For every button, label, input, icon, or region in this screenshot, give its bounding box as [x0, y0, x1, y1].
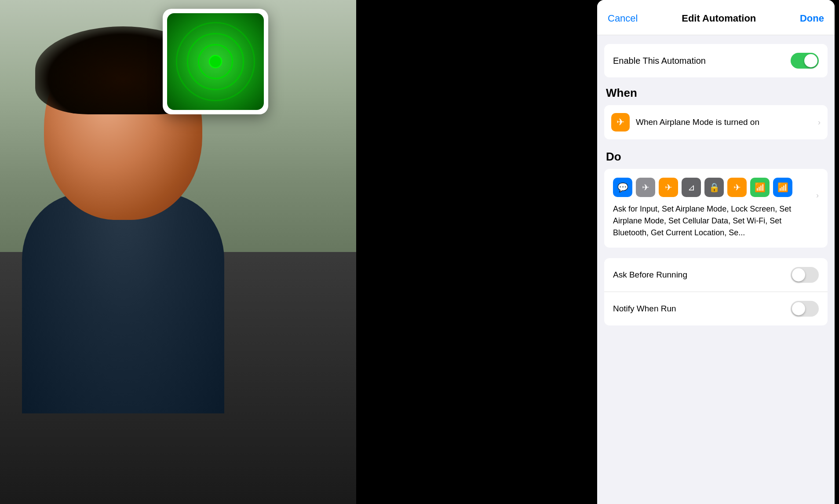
notify-when-run-row: Notify When Run: [604, 292, 828, 325]
right-panel: Cancel Edit Automation Done Enable This …: [356, 0, 839, 504]
cancel-button[interactable]: Cancel: [608, 13, 638, 24]
action-icons-row: 💬 ✈ ✈ ⊿ 🔒: [613, 178, 810, 197]
set-airplane-icon-1: ✈: [636, 178, 655, 197]
airplane-symbol-3: ✈: [733, 182, 741, 193]
when-row[interactable]: ✈ When Airplane Mode is turned on ›: [604, 105, 828, 139]
do-card[interactable]: 💬 ✈ ✈ ⊿ 🔒: [604, 169, 828, 248]
person-shirt: [22, 194, 224, 413]
when-row-text: When Airplane Mode is turned on: [636, 117, 812, 127]
when-chevron-icon: ›: [818, 118, 821, 127]
lock-screen-icon: 🔒: [704, 178, 724, 197]
ask-before-running-toggle[interactable]: [791, 267, 819, 283]
panel-title: Edit Automation: [682, 13, 756, 24]
enable-automation-row: Enable This Automation: [604, 44, 828, 77]
airplane-mode-icon: ✈: [611, 113, 630, 131]
bottom-toggles: Ask Before Running Notify When Run: [604, 258, 828, 325]
airplane-icon: ✈: [616, 117, 624, 128]
enable-automation-label: Enable This Automation: [613, 56, 706, 66]
ask-before-running-row: Ask Before Running: [604, 258, 828, 292]
ask-running-knob: [792, 268, 805, 281]
radar-rings: [167, 13, 264, 110]
airplane-symbol-2: ✈: [665, 182, 672, 193]
wifi-icon: 📶: [773, 178, 792, 197]
notify-run-knob: [792, 302, 805, 315]
ask-input-symbol: 💬: [617, 182, 628, 193]
wifi-symbol: 📶: [777, 182, 788, 193]
done-button[interactable]: Done: [800, 13, 824, 24]
cellular-symbol: 📶: [755, 182, 766, 193]
ask-before-running-label: Ask Before Running: [613, 270, 687, 280]
do-heading: Do: [604, 150, 828, 169]
do-description-text: Ask for Input, Set Airplane Mode, Lock S…: [613, 203, 810, 239]
panel-header: Cancel Edit Automation Done: [597, 0, 835, 35]
notify-when-run-toggle[interactable]: [791, 301, 819, 317]
panel-content: Enable This Automation When ✈ When Airpl…: [597, 35, 835, 504]
find-my-icon-bg: [167, 13, 264, 110]
filter-symbol: ⊿: [688, 182, 695, 193]
set-airplane-icon-3: ✈: [727, 178, 747, 197]
find-my-app-icon: [163, 9, 268, 114]
set-airplane-icon-2: ✈: [659, 178, 678, 197]
do-chevron-icon: ›: [816, 191, 819, 200]
cellular-icon: 📶: [750, 178, 770, 197]
enable-automation-toggle[interactable]: [791, 53, 819, 69]
lock-symbol: 🔒: [709, 182, 720, 193]
photo-area: [0, 0, 356, 504]
ios-panel: Cancel Edit Automation Done Enable This …: [597, 0, 835, 504]
toggle-knob: [804, 54, 817, 67]
ask-input-icon: 💬: [613, 178, 632, 197]
radar-ring-dot: [209, 55, 222, 68]
filter-icon: ⊿: [682, 178, 701, 197]
airplane-symbol-1: ✈: [642, 182, 649, 193]
do-card-content: 💬 ✈ ✈ ⊿ 🔒: [613, 178, 810, 239]
when-heading: When: [597, 86, 835, 105]
do-section: Do 💬 ✈ ✈: [604, 150, 828, 248]
notify-when-run-label: Notify When Run: [613, 304, 676, 314]
